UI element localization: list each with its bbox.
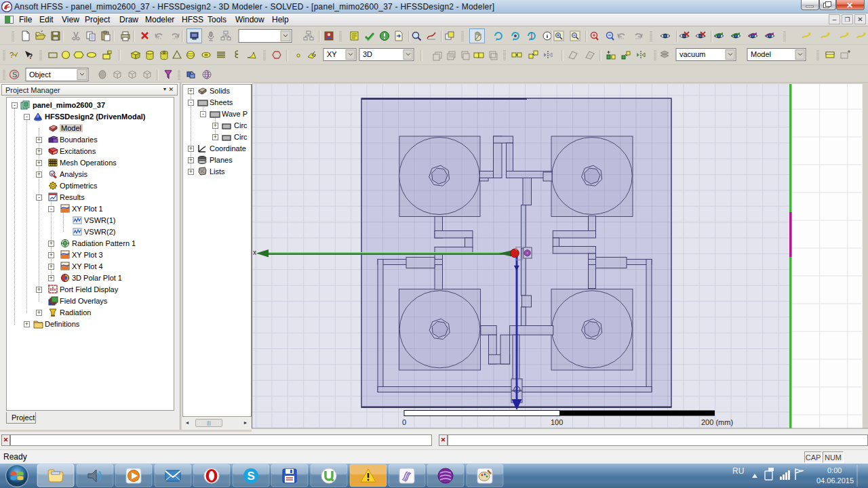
svg-text:04.06.2015: 04.06.2015	[816, 476, 854, 485]
svg-text:3D: 3D	[363, 50, 372, 58]
svg-text:vacuum: vacuum	[679, 50, 706, 58]
svg-text:S: S	[12, 70, 17, 79]
svg-text:RU: RU	[732, 466, 744, 476]
svg-text:0:00: 0:00	[827, 466, 842, 474]
svg-text:0: 0	[402, 418, 406, 426]
svg-text:Model: Model	[751, 50, 771, 58]
svg-text:200 (mm): 200 (mm)	[701, 418, 733, 426]
svg-text:XY: XY	[327, 50, 337, 58]
svg-text:Object: Object	[29, 70, 51, 79]
svg-text:100: 100	[551, 418, 563, 426]
svg-text:?: ?	[28, 53, 33, 60]
svg-text:x: x	[253, 249, 256, 256]
svg-text:S: S	[248, 470, 255, 483]
